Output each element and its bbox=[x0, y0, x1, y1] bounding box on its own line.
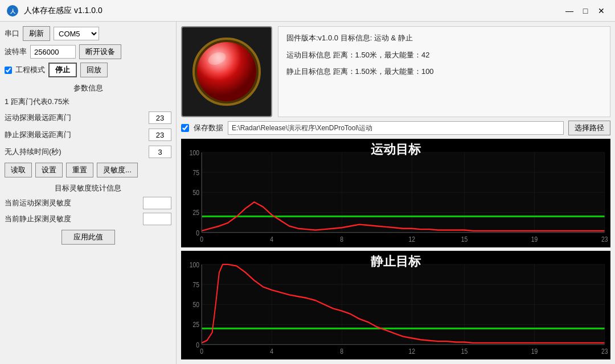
svg-text:100: 100 bbox=[190, 261, 199, 268]
info-box: 固件版本:v1.0.0 目标信息: 运动 & 静止 运动目标信息 距离：1.50… bbox=[278, 26, 610, 117]
svg-text:23: 23 bbox=[601, 348, 608, 355]
maximize-button[interactable]: □ bbox=[577, 5, 593, 17]
app-title: 人体存在感应 v1.1.0.0 bbox=[24, 6, 561, 16]
param-buttons-row: 读取 设置 重置 灵敏度... bbox=[5, 163, 171, 177]
svg-text:75: 75 bbox=[193, 169, 199, 176]
right-panel: 固件版本:v1.0.0 目标信息: 运动 & 静止 运动目标信息 距离：1.50… bbox=[177, 22, 615, 364]
svg-text:12: 12 bbox=[409, 236, 415, 243]
baud-rate-row: 波特率 256000 断开设备 bbox=[5, 44, 171, 59]
sensitivity-section-title: 目标灵敏度统计信息 bbox=[5, 183, 171, 193]
motion-sensitivity-input[interactable] bbox=[143, 197, 171, 209]
param-label-1: 运动探测最远距离门 bbox=[5, 113, 71, 123]
save-path-input[interactable] bbox=[228, 121, 564, 135]
svg-text:0: 0 bbox=[196, 341, 199, 349]
motion-info: 运动目标信息 距离：1.50米，最大能量：42 bbox=[286, 49, 602, 61]
select-path-button[interactable]: 选择路径 bbox=[568, 121, 610, 135]
reset-button[interactable]: 重置 bbox=[66, 163, 93, 177]
motion-chart-title: 运动目标 bbox=[371, 141, 421, 158]
param-label-3: 无人持续时间(秒) bbox=[5, 147, 62, 157]
com-select[interactable]: COM5 bbox=[54, 27, 99, 40]
svg-text:4: 4 bbox=[270, 348, 273, 355]
sensitivity-button[interactable]: 灵敏度... bbox=[97, 163, 138, 177]
svg-text:75: 75 bbox=[193, 281, 199, 288]
svg-point-4 bbox=[197, 42, 256, 101]
param-row-0: 1 距离门代表0.75米 bbox=[5, 97, 171, 107]
save-data-row: 保存数据 选择路径 bbox=[181, 121, 610, 135]
param-label-2: 静止探测最远距离门 bbox=[5, 130, 71, 140]
svg-text:12: 12 bbox=[409, 348, 415, 355]
param-section-title: 参数信息 bbox=[5, 83, 171, 93]
static-chart: 静止目标 025507510004812151923 bbox=[181, 251, 610, 359]
svg-text:8: 8 bbox=[340, 348, 343, 355]
param-row-2: 静止探测最远距离门 bbox=[5, 129, 171, 141]
static-info: 静止目标信息 距离：1.50米，最大能量：100 bbox=[286, 66, 602, 77]
svg-text:0: 0 bbox=[196, 229, 199, 237]
svg-text:25: 25 bbox=[193, 209, 199, 217]
svg-text:4: 4 bbox=[270, 236, 273, 243]
svg-text:人: 人 bbox=[10, 9, 16, 14]
engineering-mode-label: 工程模式 bbox=[15, 65, 45, 75]
motion-max-gate[interactable] bbox=[149, 111, 171, 124]
title-bar: 人 人体存在感应 v1.1.0.0 — □ ✕ bbox=[0, 0, 615, 22]
svg-text:0: 0 bbox=[200, 236, 203, 243]
baud-rate-label: 波特率 bbox=[5, 47, 27, 57]
param-row-1: 运动探测最远距离门 bbox=[5, 111, 171, 124]
no-person-duration[interactable] bbox=[149, 146, 171, 158]
refresh-button[interactable]: 刷新 bbox=[23, 26, 50, 41]
read-button[interactable]: 读取 bbox=[5, 163, 32, 177]
static-sensitivity-label: 当前静止探测灵敏度 bbox=[5, 214, 71, 224]
serial-port-label: 串口 bbox=[5, 28, 19, 39]
motion-sensitivity-label: 当前运动探测灵敏度 bbox=[5, 198, 71, 208]
firmware-info: 固件版本:v1.0.0 目标信息: 运动 & 静止 bbox=[286, 32, 602, 44]
app-logo: 人 bbox=[6, 4, 19, 18]
svg-text:100: 100 bbox=[190, 149, 199, 156]
radar-sphere-svg bbox=[190, 35, 264, 109]
svg-text:0: 0 bbox=[200, 348, 203, 355]
save-data-checkbox[interactable] bbox=[181, 124, 189, 132]
baud-rate-input[interactable]: 256000 bbox=[30, 45, 76, 59]
motion-sensitivity-row: 当前运动探测灵敏度 bbox=[5, 197, 171, 209]
stop-button[interactable]: 停止 bbox=[48, 63, 77, 77]
save-data-label: 保存数据 bbox=[194, 123, 223, 133]
left-panel: 串口 刷新 COM5 波特率 256000 断开设备 工程模式 停止 回放 参数… bbox=[0, 22, 177, 364]
engineering-mode-checkbox[interactable] bbox=[5, 67, 12, 74]
top-info-area: 固件版本:v1.0.0 目标信息: 运动 & 静止 运动目标信息 距离：1.50… bbox=[181, 26, 610, 117]
svg-text:50: 50 bbox=[193, 301, 199, 308]
serial-port-row: 串口 刷新 COM5 bbox=[5, 26, 171, 41]
engineering-mode-row: 工程模式 停止 回放 bbox=[5, 63, 171, 77]
svg-text:19: 19 bbox=[531, 236, 538, 243]
svg-text:8: 8 bbox=[340, 236, 343, 243]
radar-indicator bbox=[181, 26, 272, 117]
svg-text:19: 19 bbox=[531, 348, 538, 355]
static-chart-title: 静止目标 bbox=[371, 253, 421, 270]
static-sensitivity-row: 当前静止探测灵敏度 bbox=[5, 213, 171, 225]
sensitivity-section: 目标灵敏度统计信息 当前运动探测灵敏度 当前静止探测灵敏度 应用此值 bbox=[5, 183, 171, 245]
svg-text:15: 15 bbox=[461, 236, 468, 243]
static-sensitivity-input[interactable] bbox=[143, 213, 171, 225]
motion-chart: 运动目标 025507510004812151923 bbox=[181, 139, 610, 247]
close-button[interactable]: ✕ bbox=[593, 5, 609, 17]
param-row-3: 无人持续时间(秒) bbox=[5, 146, 171, 158]
apply-button[interactable]: 应用此值 bbox=[62, 230, 115, 245]
static-max-gate[interactable] bbox=[149, 129, 171, 141]
svg-text:25: 25 bbox=[193, 321, 199, 329]
disconnect-button[interactable]: 断开设备 bbox=[79, 44, 121, 59]
svg-text:23: 23 bbox=[601, 236, 608, 243]
set-button[interactable]: 设置 bbox=[35, 163, 63, 177]
svg-text:15: 15 bbox=[461, 348, 468, 355]
param-label-0: 1 距离门代表0.75米 bbox=[5, 97, 69, 107]
svg-text:50: 50 bbox=[193, 189, 199, 196]
replay-button[interactable]: 回放 bbox=[80, 63, 108, 77]
minimize-button[interactable]: — bbox=[561, 5, 577, 17]
